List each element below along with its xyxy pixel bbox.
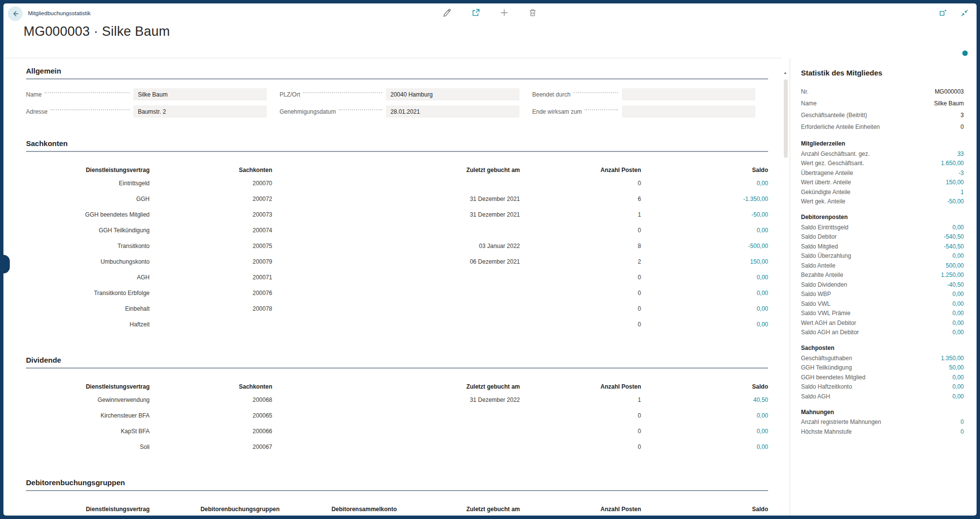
field-label: Ende wirksam zum [532, 108, 582, 115]
saldo-link[interactable]: 0,00 [641, 305, 768, 312]
share-icon [471, 8, 480, 17]
factbox-value[interactable]: 0,00 [953, 291, 964, 297]
field-value[interactable] [622, 105, 755, 118]
content-area: Allgemein NameSilke BaumPLZ/Ort20040 Ham… [3, 58, 977, 516]
field-value[interactable]: Baumstr. 2 [133, 105, 267, 118]
factbox-value[interactable]: -50,00 [947, 198, 964, 205]
field-value[interactable]: 28.01.2021 [386, 105, 519, 118]
table-cell: 8 [520, 243, 641, 249]
factbox-value[interactable]: 0,00 [953, 320, 964, 326]
saldo-link[interactable]: 0,00 [641, 180, 768, 187]
factbox-value[interactable]: 500,00 [946, 262, 964, 269]
saldo-link[interactable]: 0,00 [641, 412, 768, 419]
share-button[interactable] [470, 7, 481, 18]
field-value[interactable]: 20040 Hamburg [386, 88, 519, 100]
table-body: Gewinnverwendung20006831 Dezember 202214… [26, 392, 768, 455]
saldo-link[interactable]: -1.350,00 [641, 196, 768, 202]
factbox-value[interactable]: 0,00 [953, 329, 964, 336]
vertical-scrollbar[interactable]: ▲ [782, 58, 790, 516]
factbox-row: Saldo AGH an Debitor0,00 [801, 328, 964, 338]
factbox-value[interactable]: 1 [960, 189, 964, 196]
factbox-value[interactable]: 1.250,00 [941, 272, 964, 278]
saldo-link[interactable]: 0,00 [641, 428, 768, 435]
saldo-link[interactable]: 150,00 [641, 258, 768, 265]
factbox-value[interactable]: 0,00 [953, 300, 964, 307]
table-cell: Soli [26, 444, 150, 450]
field-value[interactable]: Silke Baum [133, 88, 267, 100]
factbox-value[interactable]: 0,00 [953, 383, 964, 390]
back-button[interactable] [8, 6, 23, 21]
factbox-value[interactable]: 0,00 [953, 374, 964, 381]
add-button[interactable] [499, 7, 510, 18]
table-cell: 200072 [150, 196, 272, 202]
factbox-value[interactable]: 0 [960, 428, 964, 435]
factbox-row: Geschäftsguthaben1.350,00 [801, 353, 964, 363]
dotted-leader-icon [339, 109, 382, 110]
saldo-link[interactable]: -50,00 [641, 211, 768, 218]
factbox-value: Silke Baum [934, 100, 964, 107]
column-header: Saldo [641, 167, 768, 173]
table-cell: 31 Dezember 2021 [272, 196, 520, 202]
status-indicator-dot[interactable] [962, 50, 968, 56]
section-allgemein: Allgemein NameSilke BaumPLZ/Ort20040 Ham… [26, 67, 768, 118]
saldo-link[interactable]: 0,00 [641, 274, 768, 281]
factbox-row: Anzahl registrierte Mahnungen0 [801, 418, 964, 427]
factbox-value[interactable]: 0,00 [953, 224, 964, 231]
factbox-value[interactable]: -3 [958, 170, 964, 176]
table-body: AllgemeinMITGLIEDER20006013 Januar 20221… [26, 515, 768, 516]
dotted-leader-icon [303, 92, 382, 93]
factbox-row: Saldo Überzahlung0,00 [801, 251, 964, 261]
saldo-link[interactable]: 40,50 [641, 396, 768, 403]
table-cell: 2 [520, 258, 641, 265]
factbox-value[interactable]: 33 [957, 150, 964, 157]
breadcrumb[interactable]: Mitgliedbuchungsstatistik [28, 10, 91, 16]
section-divider [26, 151, 768, 152]
field-value[interactable] [622, 88, 755, 100]
factbox-value[interactable]: -540,50 [944, 243, 964, 250]
table-row: Kirchensteuer BFA20006500,00 [26, 408, 768, 423]
factbox-label: Saldo Überzahlung [801, 252, 851, 259]
table-row: KapSt BFA20006600,00 [26, 423, 768, 439]
collapse-button[interactable] [959, 7, 970, 18]
factbox-value[interactable]: 1.650,00 [941, 160, 964, 167]
saldo-link[interactable]: 0,00 [641, 227, 768, 234]
scrollbar-thumb[interactable] [784, 79, 788, 158]
form-field: AdresseBaumstr. 2 [26, 105, 280, 118]
factbox-row: Geschäftsanteile (Beitritt)3 [801, 109, 964, 121]
factbox-value[interactable]: 50,00 [949, 364, 964, 371]
section-title: Sachkonten [26, 139, 768, 148]
pencil-icon [443, 8, 452, 17]
saldo-link[interactable]: -500,00 [641, 243, 768, 249]
factbox-value[interactable]: -540,50 [944, 233, 964, 240]
factbox-label: Nr. [801, 88, 808, 95]
table-header-row: DienstleistungsvertragSachkontenZuletzt … [26, 165, 768, 175]
scroll-up-icon[interactable]: ▲ [783, 71, 787, 75]
table-row: Haftzeit00,00 [26, 317, 768, 332]
factbox-value[interactable]: -40,50 [947, 281, 964, 288]
factbox-row: Übertragene Anteile-3 [801, 168, 964, 178]
table-row: Eintrittsgeld20007000,00 [26, 175, 768, 191]
table-row: Transitkonto20007503 Januar 20228-500,00 [26, 238, 768, 254]
open-in-window-button[interactable] [937, 7, 948, 18]
saldo-link[interactable]: 0,00 [641, 444, 768, 450]
factbox-value[interactable]: 0 [960, 419, 964, 425]
table-cell: 06 Dezember 2021 [272, 258, 520, 265]
factbox-label: Erforderliche Anteile Einheiten [801, 124, 880, 130]
table-cell: 0 [520, 321, 641, 328]
delete-button[interactable] [527, 7, 538, 18]
factbox-group-title: Debitorenposten [801, 214, 964, 221]
factbox-value[interactable]: 1.350,00 [941, 355, 964, 362]
factbox-value[interactable]: 150,00 [946, 179, 964, 186]
form-field: Genehmigungsdatum28.01.2021 [280, 105, 532, 118]
saldo-link[interactable]: 0,00 [641, 290, 768, 297]
factbox-value[interactable]: 0,00 [953, 252, 964, 259]
field-label: Name [26, 91, 42, 98]
factbox-row: Wert übertr. Anteile150,00 [801, 178, 964, 188]
factbox-value: 0 [960, 124, 964, 130]
factbox-value[interactable]: 0,00 [953, 310, 964, 317]
column-header: Dienstleistungsvertrag [26, 167, 150, 173]
edit-button[interactable] [442, 7, 453, 18]
factbox-value[interactable]: 0,00 [953, 393, 964, 400]
saldo-link[interactable]: 0,00 [641, 321, 768, 328]
factbox-label: Name [801, 100, 817, 107]
